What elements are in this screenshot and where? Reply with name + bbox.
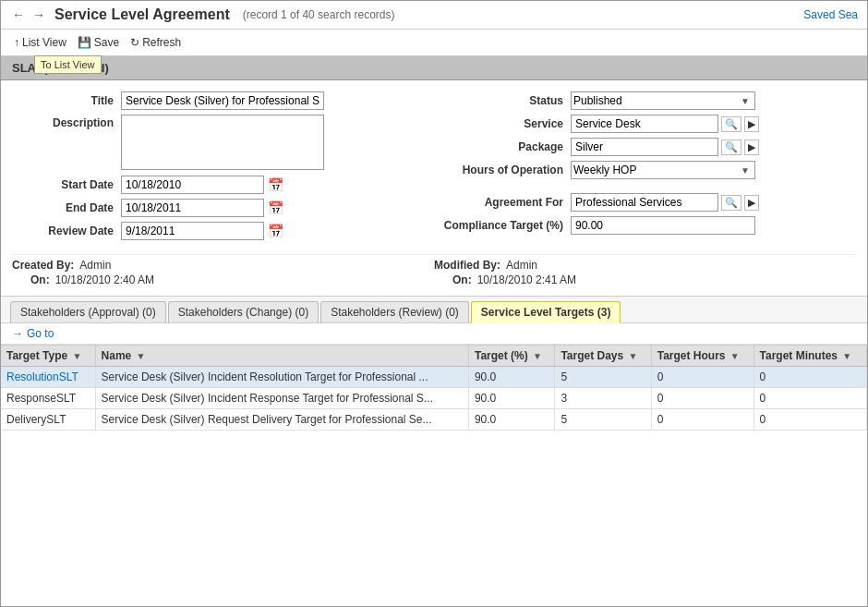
col-name: Name ▼ [95,346,468,367]
agreement-for-input[interactable] [571,193,718,212]
cell-name: Service Desk (Silver) Incident Resolutio… [95,367,468,388]
page-title: Service Level Agreement [54,6,230,23]
save-label: Save [94,36,119,49]
cell-target-type[interactable]: ResolutionSLT [1,367,95,388]
cell-target-pct: 90.0 [468,367,554,388]
refresh-button[interactable]: ↻ Refresh [127,34,185,51]
title-input[interactable] [121,91,324,110]
created-on-value: 10/18/2010 2:40 AM [55,273,154,286]
service-search-button[interactable]: 🔍 [721,116,741,132]
start-date-calendar-icon[interactable]: 📅 [268,177,283,192]
col-target-pct: Target (%) ▼ [468,346,554,367]
col-target-minutes-sort-icon[interactable]: ▼ [842,351,851,361]
table-row: ResponseSLTService Desk (Silver) Inciden… [1,388,867,409]
agreement-for-nav-button[interactable]: ▶ [744,195,759,211]
cell-target-hours: 0 [651,367,753,388]
forward-button[interactable]: → [30,7,47,22]
col-name-sort-icon[interactable]: ▼ [137,351,146,361]
cell-target-type: ResponseSLT [1,388,95,409]
end-date-calendar-icon[interactable]: 📅 [268,200,283,215]
created-by-value: Admin [79,259,111,272]
cell-target-pct: 90.0 [468,388,554,409]
nav-arrows: ← → [10,7,47,22]
form-area: Title Description Start Date 📅 End Date [1,80,867,297]
agreement-for-search-button[interactable]: 🔍 [721,195,741,211]
list-view-icon: ↑ [14,36,19,49]
package-field-wrap: 🔍 ▶ [571,138,759,156]
cell-target-hours: 0 [651,388,753,409]
start-date-input[interactable] [121,176,264,194]
service-label: Service [434,117,563,130]
service-nav-button[interactable]: ▶ [744,116,759,132]
service-row: Service 🔍 ▶ [434,115,856,133]
review-date-calendar-icon[interactable]: 📅 [268,224,283,238]
title-label: Title [12,94,114,107]
cell-target-pct: 90.0 [468,409,554,431]
start-date-label: Start Date [12,178,114,191]
tab-stakeholders-change[interactable]: Stakeholders (Change) (0) [168,301,319,322]
modified-by-value: Admin [506,259,537,272]
review-date-row: Review Date 📅 [12,222,434,240]
hours-operation-select[interactable]: Weekly HOP [571,161,755,179]
list-view-button[interactable]: ↑ List View [10,34,70,51]
review-date-wrap: 📅 [121,222,283,240]
package-row: Package 🔍 ▶ [434,138,856,156]
description-input[interactable] [121,115,324,170]
review-date-input[interactable] [121,222,264,240]
package-search-button[interactable]: 🔍 [721,140,741,155]
col-target-days-sort-icon[interactable]: ▼ [629,351,638,361]
modified-on-label: On: [452,273,472,286]
col-target-pct-sort-icon[interactable]: ▼ [533,351,542,361]
tooltip: To List View [34,55,102,74]
save-button[interactable]: 💾 Save [74,34,123,51]
table-header-row: Target Type ▼ Name ▼ Target (%) ▼ Target… [1,346,867,367]
description-row: Description [12,115,434,170]
service-field-wrap: 🔍 ▶ [571,115,759,133]
tab-stakeholders-review[interactable]: Stakeholders (Review) (0) [320,301,469,322]
title-row: Title [12,91,434,110]
refresh-label: Refresh [142,36,181,49]
table-row: ResolutionSLTService Desk (Silver) Incid… [1,367,867,388]
col-target-minutes: Target Minutes ▼ [753,346,866,367]
modified-by-row: Modified By: Admin [434,259,856,272]
hours-operation-select-wrap: Weekly HOP [571,161,755,179]
status-select[interactable]: Published [571,91,755,110]
hours-operation-label: Hours of Operation [434,164,563,176]
table-row: DeliverySLTService Desk (Silver) Request… [1,409,867,431]
top-bar: ← → Service Level Agreement (record 1 of… [1,1,867,30]
col-target-type: Target Type ▼ [1,346,95,367]
tab-stakeholders-approval[interactable]: Stakeholders (Approval) (0) [10,301,166,322]
cell-name: Service Desk (Silver) Incident Response … [95,388,468,409]
cell-name: Service Desk (Silver) Request Delivery T… [95,409,468,431]
list-view-label: List View [22,36,66,49]
goto-arrow-icon: → [12,327,23,340]
back-button[interactable]: ← [10,7,27,22]
goto-row: → Go to [1,323,867,345]
package-nav-button[interactable]: ▶ [744,140,759,155]
tabs-area: Stakeholders (Approval) (0) Stakeholders… [1,297,867,346]
modified-on-row: On: 10/18/2010 2:41 AM [452,273,856,286]
package-input[interactable] [571,138,718,156]
compliance-target-input[interactable] [571,216,755,235]
col-target-hours-sort-icon[interactable]: ▼ [730,351,740,361]
col-target-type-sort-icon[interactable]: ▼ [73,351,82,361]
cell-target-minutes: 0 [753,388,866,409]
cell-target-minutes: 0 [753,367,866,388]
end-date-label: End Date [12,201,114,214]
agreement-for-row: Agreement For 🔍 ▶ [434,193,856,212]
goto-label[interactable]: Go to [27,327,54,340]
start-date-row: Start Date 📅 [12,176,434,194]
record-info: (record 1 of 40 search records) [243,8,395,21]
toolbar: ↑ List View 💾 Save ↻ Refresh To List Vie… [1,30,867,56]
cell-target-days: 5 [555,367,651,388]
end-date-input[interactable] [121,199,264,217]
cell-target-days: 5 [555,409,651,431]
tab-service-level-targets[interactable]: Service Level Targets (3) [471,301,621,323]
package-label: Package [434,140,563,153]
created-on-row: On: 10/18/2010 2:40 AM [30,273,434,286]
saved-search-link[interactable]: Saved Sea [803,8,858,21]
created-by-row: Created By: Admin [12,259,434,272]
agreement-for-field-wrap: 🔍 ▶ [571,193,759,212]
review-date-label: Review Date [12,225,114,237]
service-input[interactable] [571,115,718,133]
